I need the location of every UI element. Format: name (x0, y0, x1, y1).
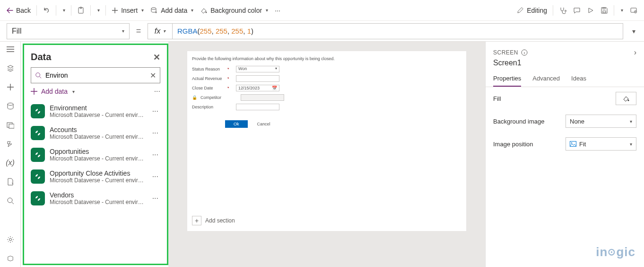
fx-fn: RGBA (177, 27, 198, 35)
ellipsis-icon: ··· (275, 7, 280, 14)
tab-properties[interactable]: Properties (493, 72, 521, 87)
close-button[interactable]: ✕ (153, 52, 160, 62)
app-checker-button[interactable] (556, 3, 569, 18)
data-source-item[interactable]: AccountsMicrosoft Dataverse - Current en… (24, 122, 167, 144)
comments-button[interactable] (570, 3, 583, 18)
svg-rect-17 (570, 142, 576, 147)
data-source-name: Opportunities (50, 148, 146, 155)
save-button[interactable] (598, 3, 611, 18)
clear-search-button[interactable]: ✕ (150, 71, 156, 80)
svg-point-18 (571, 142, 572, 143)
settings-button[interactable] (6, 235, 15, 244)
data-panel-more-button[interactable]: ··· (154, 87, 160, 96)
insert-pane-button[interactable] (6, 63, 15, 73)
overflow-button[interactable]: ··· (272, 3, 283, 18)
power-automate-button[interactable] (6, 139, 15, 149)
prop-imgpos-dropdown[interactable]: Fit ▾ (566, 137, 636, 151)
tree-view-button[interactable] (6, 44, 15, 54)
tab-ideas[interactable]: Ideas (571, 72, 586, 87)
dataverse-icon (31, 169, 45, 184)
formula-expand-button[interactable]: ▾ (623, 27, 644, 35)
publish-icon (630, 7, 637, 14)
fx-button[interactable]: fx ▾ (148, 23, 172, 39)
virtual-agent-button[interactable] (6, 254, 15, 263)
dataverse-icon (31, 191, 45, 205)
prop-fill-picker[interactable] (616, 92, 636, 105)
data-source-subtitle: Microsoft Dataverse - Current environm..… (50, 155, 146, 162)
data-source-item[interactable]: VendorsMicrosoft Dataverse - Current env… (24, 187, 167, 209)
back-button[interactable]: Back (4, 3, 34, 18)
svg-point-14 (36, 73, 40, 77)
data-sources-list: EnvironmentMicrosoft Dataverse - Current… (24, 100, 167, 264)
svg-rect-6 (603, 8, 605, 9)
dataverse-icon (31, 148, 45, 162)
label-close-date: Close Date (192, 86, 223, 90)
search-button[interactable] (6, 196, 15, 205)
data-source-item[interactable]: EnvironmentMicrosoft Dataverse - Current… (24, 100, 167, 122)
ok-button[interactable]: Ok (225, 120, 248, 128)
variables-button[interactable]: (x) (6, 158, 15, 168)
add-data-button[interactable]: Add data ▾ (31, 88, 75, 95)
data-search[interactable]: ✕ (31, 67, 160, 83)
add-data-button[interactable]: Add data ▾ (148, 3, 196, 18)
data-source-more-button[interactable]: ··· (150, 129, 160, 137)
undo-button[interactable] (40, 3, 53, 18)
background-color-button[interactable]: Background color ▾ (197, 3, 271, 18)
insert-button[interactable]: Insert ▾ (109, 3, 147, 18)
required-mark: * (227, 76, 231, 81)
variable-icon: (x) (6, 159, 15, 167)
calendar-icon: 📅 (272, 86, 277, 90)
data-source-item[interactable]: OpportunitiesMicrosoft Dataverse - Curre… (24, 144, 167, 166)
chevron-down-icon: ▾ (621, 8, 623, 13)
cancel-button[interactable]: Cancel (257, 122, 270, 126)
add-section-button[interactable]: + Add section (187, 210, 466, 231)
separator (71, 5, 71, 16)
data-source-more-button[interactable]: ··· (150, 194, 160, 203)
chevron-down-icon: ▾ (163, 28, 165, 34)
prop-bgimg-dropdown[interactable]: None ▾ (566, 115, 636, 128)
data-pane-button[interactable] (6, 101, 15, 111)
database-icon (7, 102, 14, 110)
advanced-tools-button[interactable] (6, 177, 15, 187)
input-description[interactable] (236, 104, 279, 110)
add-button[interactable] (6, 82, 15, 92)
undo-split-button[interactable]: ▾ (59, 3, 68, 18)
media-icon (7, 121, 14, 129)
clipboard-icon (77, 7, 85, 14)
data-source-more-button[interactable]: ··· (150, 151, 160, 159)
svg-point-12 (8, 198, 12, 203)
question-icon (7, 255, 14, 262)
svg-point-16 (628, 100, 629, 101)
formula-input[interactable]: RGBA(255, 255, 255, 1) (172, 23, 623, 39)
data-source-name: Vendors (50, 191, 146, 199)
property-dropdown[interactable]: Fill ▾ (7, 23, 130, 39)
tab-advanced[interactable]: Advanced (532, 72, 560, 87)
preview-button[interactable] (584, 3, 597, 18)
input-competitor[interactable] (241, 94, 284, 101)
data-source-item[interactable]: Opportunity Close ActivitiesMicrosoft Da… (24, 166, 167, 187)
publish-button[interactable] (627, 3, 640, 18)
media-pane-button[interactable] (6, 120, 15, 130)
svg-point-13 (9, 239, 11, 241)
paste-split-button[interactable]: ▾ (94, 3, 103, 18)
label-actual-revenue: Actual Revenue (192, 76, 223, 81)
data-search-input[interactable] (45, 71, 146, 79)
separator (36, 5, 37, 16)
svg-rect-5 (603, 11, 606, 13)
editing-mode-button[interactable]: Editing (514, 3, 550, 18)
data-source-subtitle: Microsoft Dataverse - Current environm..… (50, 199, 146, 205)
screen-canvas[interactable]: Provide the following information about … (187, 51, 466, 231)
input-close-date[interactable]: 12/15/2023📅 (236, 85, 279, 91)
data-source-more-button[interactable]: ··· (150, 172, 160, 181)
input-status-reason[interactable]: Won (236, 66, 279, 72)
collapse-props-button[interactable]: › (634, 48, 636, 57)
input-actual-revenue[interactable] (236, 75, 279, 82)
save-split-button[interactable]: ▾ (617, 3, 626, 18)
left-rail: (x) (0, 42, 21, 267)
search-icon (35, 72, 42, 79)
chat-icon (573, 7, 581, 14)
data-source-more-button[interactable]: ··· (150, 107, 160, 116)
data-source-name: Accounts (50, 126, 146, 134)
prop-fill-label: Fill (493, 95, 501, 102)
paste-button[interactable] (74, 3, 87, 18)
